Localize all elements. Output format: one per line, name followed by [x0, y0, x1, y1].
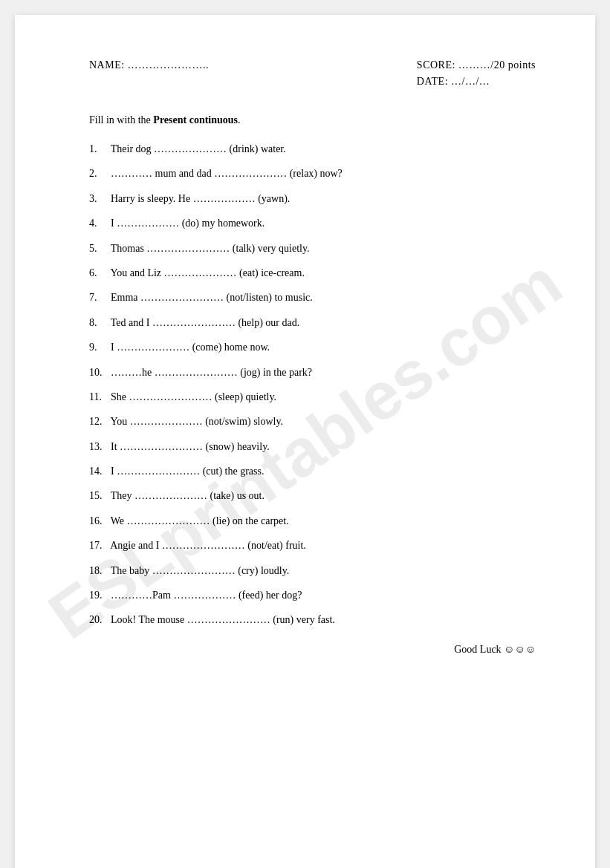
- worksheet-page: ESLprintables.com NAME: ………………….. SCORE:…: [15, 15, 595, 868]
- question-item: 17. Angie and I …………………… (not/eat) fruit…: [89, 538, 536, 554]
- question-item: 7. Emma …………………… (not/listen) to music.: [89, 290, 536, 306]
- question-text: ………… mum and dad ………………… (relax) now?: [111, 168, 343, 179]
- main-content: NAME: ………………….. SCORE: ………/20 points DAT…: [89, 59, 536, 656]
- question-text: I ……………… (do) my homework.: [111, 218, 265, 229]
- question-item: 16. We …………………… (lie) on the carpet.: [89, 513, 536, 529]
- question-item: 1. Their dog ………………… (drink) water.: [89, 141, 536, 157]
- question-item: 18. The baby …………………… (cry) loudly.: [89, 563, 536, 579]
- instruction-bold: Present continuous: [153, 114, 238, 125]
- question-text: Angie and I …………………… (not/eat) fruit.: [110, 540, 306, 551]
- question-number: 8.: [89, 315, 106, 331]
- question-item: 13. It …………………… (snow) heavily.: [89, 439, 536, 455]
- question-number: 4.: [89, 215, 106, 232]
- question-item: 3. Harry is sleepy. He ……………… (yawn).: [89, 191, 536, 207]
- question-number: 16.: [89, 513, 106, 529]
- question-text: The baby …………………… (cry) loudly.: [111, 565, 290, 576]
- question-item: 11. She …………………… (sleep) quietly.: [89, 389, 536, 405]
- questions-list: 1. Their dog ………………… (drink) water.2. ………: [89, 141, 536, 629]
- question-number: 17.: [89, 538, 106, 554]
- question-number: 3.: [89, 191, 106, 207]
- header-right: SCORE: ………/20 points DATE: …/…/…: [417, 59, 536, 92]
- question-number: 20.: [89, 612, 106, 628]
- question-text: I …………………… (cut) the grass.: [111, 466, 264, 477]
- good-luck: Good Luck ☺☺☺: [89, 644, 536, 656]
- question-number: 6.: [89, 265, 106, 281]
- question-item: 14. I …………………… (cut) the grass.: [89, 463, 536, 480]
- question-number: 1.: [89, 141, 106, 157]
- question-text: ………he …………………… (jog) in the park?: [111, 367, 312, 378]
- question-number: 5.: [89, 241, 106, 257]
- question-text: Ted and I …………………… (help) our dad.: [111, 317, 299, 328]
- question-item: 9. I ………………… (come) home now.: [89, 339, 536, 356]
- question-text: …………Pam ……………… (feed) her dog?: [111, 590, 302, 601]
- question-number: 2.: [89, 166, 106, 182]
- question-item: 20. Look! The mouse …………………… (run) very …: [89, 612, 536, 628]
- question-text: We …………………… (lie) on the carpet.: [111, 515, 289, 526]
- question-text: You ………………… (not/swim) slowly.: [110, 416, 283, 427]
- question-number: 14.: [89, 463, 106, 480]
- question-item: 4. I ……………… (do) my homework.: [89, 215, 536, 232]
- instruction-suffix: .: [238, 114, 241, 125]
- name-label: NAME: …………………..: [89, 59, 209, 71]
- question-text: Thomas …………………… (talk) very quietly.: [111, 243, 310, 254]
- question-text: Harry is sleepy. He ……………… (yawn).: [111, 193, 290, 204]
- date-label: DATE: …/…/…: [417, 76, 536, 88]
- instruction-prefix: Fill in with the: [89, 114, 153, 125]
- header-left: NAME: …………………..: [89, 59, 209, 71]
- question-item: 8. Ted and I …………………… (help) our dad.: [89, 315, 536, 331]
- question-text: Their dog ………………… (drink) water.: [111, 143, 286, 154]
- question-number: 19.: [89, 587, 106, 604]
- question-item: 5. Thomas …………………… (talk) very quietly.: [89, 241, 536, 257]
- question-item: 12. You ………………… (not/swim) slowly.: [89, 414, 536, 430]
- question-number: 15.: [89, 488, 106, 504]
- score-label: SCORE: ………/20 points: [417, 59, 536, 71]
- header-row: NAME: ………………….. SCORE: ………/20 points DAT…: [89, 59, 536, 92]
- question-number: 11.: [89, 389, 106, 405]
- question-number: 10.: [89, 365, 106, 381]
- question-text: She …………………… (sleep) quietly.: [111, 391, 276, 402]
- question-text: Emma …………………… (not/listen) to music.: [111, 292, 313, 303]
- instruction: Fill in with the Present continuous.: [89, 114, 536, 126]
- question-number: 7.: [89, 290, 106, 306]
- question-text: It …………………… (snow) heavily.: [111, 441, 270, 452]
- question-text: Look! The mouse …………………… (run) very fast…: [111, 614, 335, 625]
- question-text: They ………………… (take) us out.: [111, 490, 265, 501]
- question-number: 13.: [89, 439, 106, 455]
- question-text: You and Liz ………………… (eat) ice-cream.: [110, 267, 304, 278]
- question-number: 12.: [89, 414, 106, 430]
- question-number: 9.: [89, 339, 106, 356]
- question-number: 18.: [89, 563, 106, 579]
- question-text: I ………………… (come) home now.: [111, 342, 270, 353]
- question-item: 2. ………… mum and dad ………………… (relax) now?: [89, 166, 536, 182]
- question-item: 19. …………Pam ……………… (feed) her dog?: [89, 587, 536, 604]
- question-item: 10. ………he …………………… (jog) in the park?: [89, 365, 536, 381]
- question-item: 15. They ………………… (take) us out.: [89, 488, 536, 504]
- question-item: 6. You and Liz ………………… (eat) ice-cream.: [89, 265, 536, 281]
